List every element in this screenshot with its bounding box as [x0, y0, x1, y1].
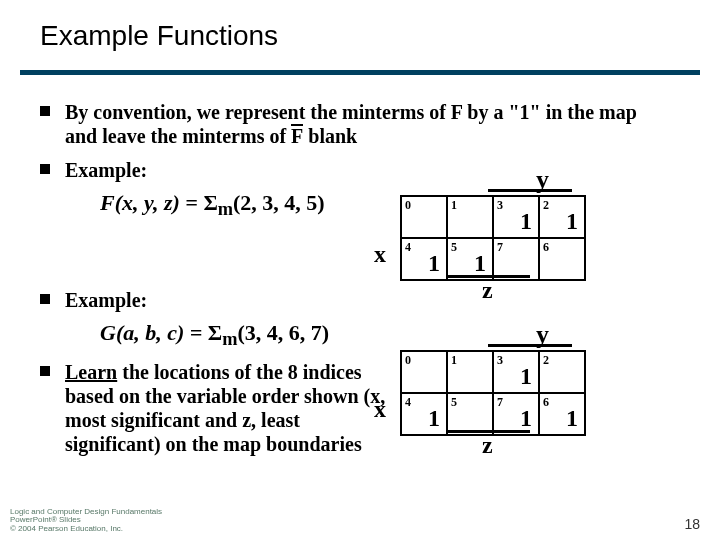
cell-index: 5	[451, 240, 457, 255]
cell-index: 1	[451, 353, 457, 368]
formula-lhs: G(a, b, c) =	[100, 320, 208, 345]
kmap-cell: 31	[493, 196, 539, 238]
bullet-icon	[40, 106, 50, 116]
cell-index: 1	[451, 198, 457, 213]
bullet-text: Example:	[65, 158, 645, 182]
sigma-icon: Σ	[208, 320, 222, 345]
bullet-text: Learn the locations of the 8 indices bas…	[65, 360, 395, 456]
cell-index: 4	[405, 240, 411, 255]
page-number: 18	[684, 516, 700, 532]
kmap-cell: 6	[539, 238, 585, 280]
cell-value: 1	[428, 405, 440, 432]
footer-branding: Logic and Computer Design Fundamentals P…	[10, 508, 162, 534]
slide-title: Example Functions	[40, 20, 278, 52]
title-rule	[20, 70, 700, 75]
cell-value: 1	[520, 363, 532, 390]
kmap-cell: 41	[401, 393, 447, 435]
sigma-icon: Σ	[203, 190, 217, 215]
cell-index: 2	[543, 353, 549, 368]
footer-line: © 2004 Pearson Education, Inc.	[10, 525, 162, 534]
kmap-cell: 7	[493, 238, 539, 280]
kmap-cell: 61	[539, 393, 585, 435]
cell-index: 5	[451, 395, 457, 410]
cell-index: 6	[543, 395, 549, 410]
kmap-cell: 21	[539, 196, 585, 238]
cell-value: 1	[566, 208, 578, 235]
kmap-cell: 1	[447, 351, 493, 393]
cell-index: 2	[543, 198, 549, 213]
cell-index: 7	[497, 395, 503, 410]
cell-index: 7	[497, 240, 503, 255]
kmap-table: 0 1 31 21 41 51 7 6	[400, 195, 586, 281]
kmap-cell: 71	[493, 393, 539, 435]
text-span: blank	[303, 125, 357, 147]
kmap-cell: 5	[447, 393, 493, 435]
cell-value: 1	[520, 405, 532, 432]
x-label: x	[374, 241, 386, 268]
sigma-sub: m	[222, 329, 237, 349]
kmap-cell: 51	[447, 238, 493, 280]
f-bar: F	[291, 124, 303, 148]
cell-value: 1	[474, 250, 486, 277]
kmap-f: y x 0 1 31 21 41 51 7 6 z	[400, 195, 586, 281]
kmap-cell: 31	[493, 351, 539, 393]
cell-value: 1	[566, 405, 578, 432]
kmap-cell: 2	[539, 351, 585, 393]
y-bracket	[488, 189, 572, 192]
cell-index: 6	[543, 240, 549, 255]
kmap-cell: 41	[401, 238, 447, 280]
cell-index: 4	[405, 395, 411, 410]
slide: Example Functions By convention, we repr…	[0, 0, 720, 540]
bullet-learn: Learn the locations of the 8 indices bas…	[40, 360, 395, 456]
bullet-icon	[40, 164, 50, 174]
bullet-text: By convention, we represent the minterms…	[65, 100, 645, 148]
learn-underline: Learn	[65, 361, 117, 383]
formula-args: (3, 4, 6, 7)	[238, 320, 330, 345]
formula-args: (2, 3, 4, 5)	[233, 190, 325, 215]
bullet-icon	[40, 294, 50, 304]
bullet-icon	[40, 366, 50, 376]
kmap-cell: 0	[401, 196, 447, 238]
bullet-text: Example:	[65, 288, 645, 312]
formula-lhs: F(x, y, z) =	[100, 190, 203, 215]
cell-index: 0	[405, 353, 411, 368]
kmap-table: 0 1 31 2 41 5 71 61	[400, 350, 586, 436]
cell-value: 1	[520, 208, 532, 235]
bullet-example-1: Example:	[40, 158, 645, 182]
formula-g: G(a, b, c) = Σm(3, 4, 6, 7)	[100, 320, 329, 350]
kmap-cell: 1	[447, 196, 493, 238]
y-bracket	[488, 344, 572, 347]
cell-index: 0	[405, 198, 411, 213]
cell-index: 3	[497, 353, 503, 368]
z-label: z	[482, 432, 493, 459]
formula-f: F(x, y, z) = Σm(2, 3, 4, 5)	[100, 190, 325, 220]
cell-index: 3	[497, 198, 503, 213]
kmap-g: y x 0 1 31 2 41 5 71 61 z	[400, 350, 586, 436]
sigma-sub: m	[218, 199, 233, 219]
bullet-example-2: Example:	[40, 288, 645, 312]
cell-value: 1	[428, 250, 440, 277]
kmap-cell: 0	[401, 351, 447, 393]
bullet-convention: By convention, we represent the minterms…	[40, 100, 645, 148]
